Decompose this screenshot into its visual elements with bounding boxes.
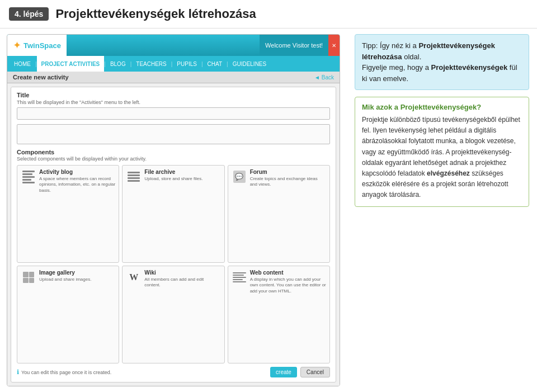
- left-panel: ✦ TwinSpace Welcome Visitor test! ✕ HOME…: [0, 29, 347, 392]
- title-input[interactable]: [17, 107, 330, 120]
- blog-icon: [21, 169, 36, 185]
- component-wiki-text: Wiki All members can add and edit conten…: [144, 270, 220, 289]
- tip-bold-2: Projekttevékenységek: [431, 63, 508, 72]
- nav-item-home[interactable]: HOME: [10, 56, 35, 72]
- info-title: Mik azok a Projekttevékenységek?: [362, 103, 522, 111]
- tip-text: Tipp: Így néz ki a Projekttevékenységek …: [362, 40, 522, 84]
- create-button[interactable]: create: [270, 367, 297, 377]
- ts-page-content: Create new activity ◄ Back Title This wi…: [7, 72, 340, 386]
- component-file-archive-name: File archive: [144, 169, 202, 175]
- tip-text-before: Tipp: Így néz ki a: [362, 41, 418, 50]
- page-title: Projekttevékenységek létrehozása: [55, 7, 256, 21]
- component-web-content-name: Web content: [250, 270, 326, 276]
- image-gallery-icon: [21, 270, 36, 285]
- nav-divider-6: |: [227, 61, 228, 67]
- nav-divider-2: |: [104, 61, 106, 67]
- component-file-archive-desc: Upload, store and share files.: [144, 176, 202, 182]
- component-image-gallery[interactable]: Image gallery Upload and share images.: [17, 266, 119, 363]
- nav-item-blog[interactable]: BLOG: [106, 56, 130, 72]
- description-input[interactable]: [17, 124, 330, 144]
- form-buttons: create Cancel: [270, 367, 330, 377]
- component-wiki-desc: All members can add and edit content.: [144, 277, 220, 289]
- ts-create-activity-form: Title This will be displayed in the "Act…: [11, 87, 336, 382]
- component-file-archive-text: File archive Upload, store and share fil…: [144, 169, 202, 182]
- component-forum[interactable]: 💬 Forum Create topics and exchange ideas…: [228, 165, 330, 263]
- file-archive-icon: [126, 169, 142, 185]
- description-field-group: [17, 124, 330, 144]
- component-wiki-name: Wiki: [144, 270, 220, 276]
- ts-welcome-text: Welcome Visitor test!: [260, 35, 328, 56]
- title-hint: This will be displayed in the "Activitie…: [17, 100, 330, 105]
- component-activity-blog[interactable]: Activity blog A space where members can …: [17, 165, 119, 263]
- ts-logo-text: TwinSpace: [23, 41, 61, 50]
- component-image-gallery-desc: Upload and share images.: [39, 277, 91, 282]
- step-badge: 4. lépés: [9, 7, 49, 21]
- tip-box: Tipp: Így néz ki a Projekttevékenységek …: [355, 34, 529, 90]
- info-icon: ℹ: [17, 369, 19, 376]
- ts-back-link[interactable]: ◄ Back: [314, 74, 334, 81]
- components-hint: Selected components will be displayed wi…: [17, 156, 330, 162]
- component-web-content[interactable]: Web content A display in which you can a…: [228, 266, 330, 363]
- ts-page-title: Create new activity: [13, 74, 69, 81]
- right-panel: Tipp: Így néz ki a Projekttevékenységek …: [347, 29, 537, 392]
- ts-nav-menu: HOME | PROJECT ACTIVITIES | BLOG | TEACH…: [7, 56, 340, 72]
- header-bar: 4. lépés Projekttevékenységek létrehozás…: [0, 0, 537, 29]
- nav-divider-3: |: [130, 61, 132, 67]
- component-activity-blog-text: Activity blog A space where members can …: [39, 169, 115, 193]
- component-wiki[interactable]: W Wiki All members can add and edit cont…: [122, 266, 224, 363]
- component-web-content-text: Web content A display in which you can a…: [250, 270, 326, 294]
- component-forum-desc: Create topics and exchange ideas and vie…: [250, 176, 326, 188]
- form-note: ℹ You can edit this page once it is crea…: [17, 369, 111, 376]
- component-forum-text: Forum Create topics and exchange ideas a…: [250, 169, 326, 188]
- component-web-content-desc: A display in which you can add your own …: [250, 277, 326, 294]
- tip-text2: Figyelje meg, hogy a: [362, 63, 431, 72]
- ts-logo-star-icon: ✦: [13, 39, 21, 51]
- info-text: Projektje különböző típusú tevékenységek…: [362, 115, 522, 201]
- component-forum-name: Forum: [250, 169, 326, 175]
- ts-navbar: ✦ TwinSpace Welcome Visitor test! ✕: [7, 35, 340, 56]
- nav-divider-5: |: [201, 61, 203, 67]
- info-box: Mik azok a Projekttevékenységek? Projekt…: [355, 97, 529, 207]
- nav-item-chat[interactable]: CHAT: [203, 56, 227, 72]
- component-activity-blog-desc: A space where members can record opinion…: [39, 176, 115, 193]
- component-activity-blog-name: Activity blog: [39, 169, 115, 175]
- main-content: ✦ TwinSpace Welcome Visitor test! ✕ HOME…: [0, 29, 537, 392]
- component-image-gallery-text: Image gallery Upload and share images.: [39, 270, 91, 282]
- nav-divider-1: |: [35, 61, 37, 67]
- tip-text-after: oldal.: [404, 53, 421, 61]
- forum-icon: 💬: [232, 169, 247, 185]
- nav-item-teachers[interactable]: TEACHERS: [131, 56, 171, 72]
- form-bottom: ℹ You can edit this page once it is crea…: [17, 367, 330, 377]
- info-text-bold: elvégzéséhez: [427, 169, 470, 177]
- cancel-button[interactable]: Cancel: [300, 367, 330, 377]
- nav-item-project-activities[interactable]: PROJECT ACTIVITIES: [37, 56, 105, 72]
- web-content-icon: [232, 270, 247, 285]
- info-text-main: Projektje különböző típusú tevékenységek…: [362, 116, 520, 177]
- title-label: Title: [17, 92, 330, 98]
- components-label: Components: [17, 149, 330, 155]
- nav-item-guidelines[interactable]: GUIDELINES: [228, 56, 271, 72]
- components-grid: Activity blog A space where members can …: [17, 165, 330, 363]
- nav-item-pupils[interactable]: PUPILS: [172, 56, 201, 72]
- component-image-gallery-name: Image gallery: [39, 270, 91, 276]
- ts-logo: ✦ TwinSpace: [7, 35, 67, 56]
- ts-page-header: Create new activity ◄ Back: [7, 72, 340, 83]
- form-note-text: You can edit this page once it is create…: [21, 370, 111, 375]
- browser-mockup: ✦ TwinSpace Welcome Visitor test! ✕ HOME…: [7, 34, 340, 386]
- title-field-group: Title This will be displayed in the "Act…: [17, 92, 330, 120]
- nav-divider-4: |: [171, 61, 173, 67]
- ts-close-button[interactable]: ✕: [328, 35, 340, 56]
- wiki-icon: W: [126, 270, 142, 285]
- component-file-archive[interactable]: File archive Upload, store and share fil…: [122, 165, 224, 263]
